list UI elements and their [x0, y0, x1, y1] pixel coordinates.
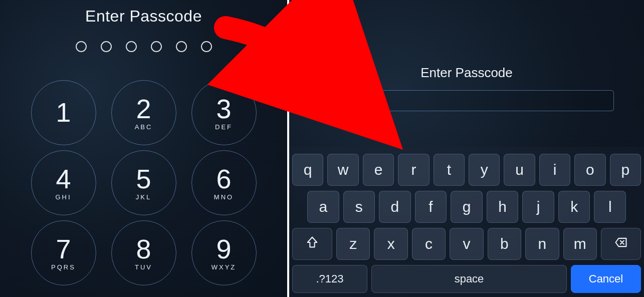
passcode-dot	[101, 41, 112, 52]
passcode-dot	[176, 41, 187, 52]
passcode-dots	[0, 41, 287, 52]
key-t[interactable]: t	[434, 154, 465, 186]
key-m[interactable]: m	[563, 228, 597, 260]
key-v[interactable]: v	[450, 228, 483, 260]
key-w[interactable]: w	[327, 154, 358, 186]
passcode-title: Enter Passcode	[289, 65, 644, 81]
cancel-button[interactable]: Cancel	[571, 265, 641, 293]
key-y[interactable]: y	[469, 154, 500, 186]
key-u[interactable]: u	[504, 154, 535, 186]
numeric-keypad: 1 2 ABC 3 DEF 4 GHI 5 J	[0, 80, 287, 285]
key-f[interactable]: f	[415, 191, 447, 223]
number-switch-key[interactable]: .?123	[292, 265, 367, 293]
passcode-dot	[76, 41, 87, 52]
key-c[interactable]: c	[412, 228, 446, 260]
keypad-8[interactable]: 8 TUV	[111, 220, 176, 285]
keypad-7[interactable]: 7 PQRS	[31, 220, 96, 285]
passcode-title: Enter Passcode	[0, 7, 287, 26]
key-l[interactable]: l	[594, 191, 626, 223]
key-b[interactable]: b	[488, 228, 521, 260]
key-o[interactable]: o	[574, 154, 605, 186]
key-j[interactable]: j	[522, 191, 554, 223]
key-i[interactable]: i	[539, 154, 570, 186]
key-z[interactable]: z	[336, 228, 370, 260]
space-key[interactable]: space	[371, 265, 567, 293]
key-p[interactable]: p	[610, 154, 641, 186]
passcode-dot	[151, 41, 162, 52]
backspace-icon	[614, 235, 628, 252]
key-h[interactable]: h	[487, 191, 519, 223]
numeric-passcode-panel: Enter Passcode 1 2 ABC 3 DEF	[0, 0, 287, 297]
keypad-6[interactable]: 6 MNO	[191, 150, 257, 215]
passcode-dot	[126, 41, 137, 52]
backspace-key[interactable]	[601, 228, 641, 260]
keypad-1[interactable]: 1	[31, 80, 96, 145]
passcode-input[interactable]	[319, 90, 614, 111]
key-e[interactable]: e	[363, 154, 394, 186]
key-g[interactable]: g	[451, 191, 483, 223]
keypad-3[interactable]: 3 DEF	[191, 80, 257, 145]
key-d[interactable]: d	[379, 191, 411, 223]
alphanumeric-passcode-panel: Enter Passcode q w e r t y u i o p a s d…	[289, 0, 644, 297]
text-caret	[326, 94, 327, 107]
keypad-4[interactable]: 4 GHI	[31, 150, 96, 215]
onscreen-keyboard: q w e r t y u i o p a s d f g h j k l	[289, 147, 644, 297]
keypad-2[interactable]: 2 ABC	[111, 80, 176, 145]
key-x[interactable]: x	[374, 228, 407, 260]
key-q[interactable]: q	[292, 154, 323, 186]
key-r[interactable]: r	[398, 154, 429, 186]
key-s[interactable]: s	[343, 191, 375, 223]
key-n[interactable]: n	[525, 228, 559, 260]
passcode-dot	[201, 41, 212, 52]
keypad-5[interactable]: 5 JKL	[111, 150, 176, 215]
key-k[interactable]: k	[558, 191, 590, 223]
shift-up-icon	[305, 235, 319, 252]
shift-key[interactable]	[292, 228, 332, 260]
keypad-9[interactable]: 9 WXYZ	[191, 220, 257, 285]
key-a[interactable]: a	[307, 191, 339, 223]
